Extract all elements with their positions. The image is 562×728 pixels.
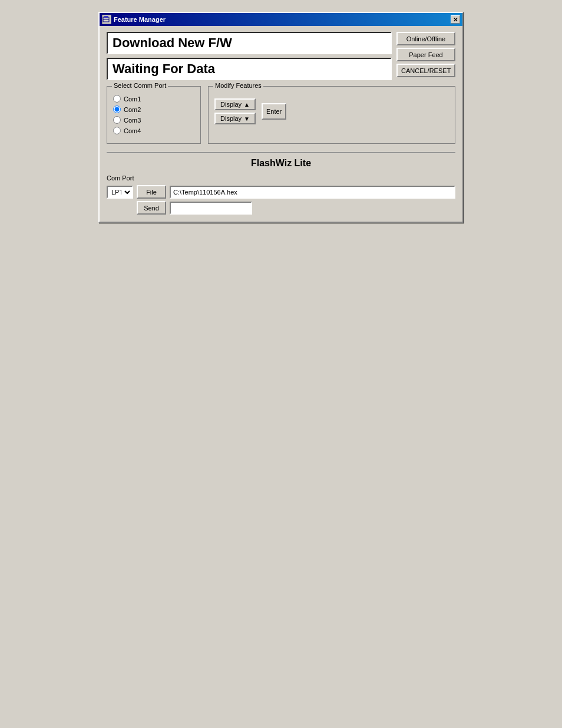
top-section: Download New F/W Waiting For Data Online… xyxy=(107,32,455,80)
display-down-label: Display xyxy=(220,115,242,122)
file-row: LPT1 File xyxy=(107,185,455,199)
modify-features-label: Modify Features xyxy=(213,82,263,89)
svg-rect-1 xyxy=(104,16,108,18)
display-buttons: Display Display xyxy=(214,98,256,124)
com-port-section-label: Com Port xyxy=(107,174,455,182)
button-section: Online/Offline Paper Feed CANCEL/RESET xyxy=(396,32,455,77)
modify-features-group: Modify Features Display Display Enter xyxy=(208,86,455,144)
comport-select-wrap: LPT1 xyxy=(107,186,133,199)
com1-label: Com1 xyxy=(124,95,141,103)
title-bar: Feature Manager ✕ xyxy=(100,13,462,26)
flashwiz-section: FlashWiz Lite xyxy=(107,158,455,169)
window-title: Feature Manager xyxy=(114,16,166,23)
paper-feed-button[interactable]: Paper Feed xyxy=(396,48,455,61)
file-button[interactable]: File xyxy=(137,185,166,199)
divider xyxy=(107,152,455,153)
window-body: Download New F/W Waiting For Data Online… xyxy=(100,26,462,222)
com3-label: Com3 xyxy=(124,117,141,124)
bottom-section: Com Port LPT1 File Send xyxy=(107,174,455,215)
send-button-wrap: Send xyxy=(137,201,252,215)
features-content: Display Display Enter xyxy=(214,95,449,128)
com4-row: Com4 xyxy=(113,127,194,134)
down-arrow-icon xyxy=(244,115,250,122)
com1-row: Com1 xyxy=(113,95,194,103)
send-button[interactable]: Send xyxy=(137,201,166,215)
middle-section: Select Comm Port Com1 Com2 Com3 Com4 xyxy=(107,86,455,144)
display-down-button[interactable]: Display xyxy=(214,113,256,124)
com3-radio[interactable] xyxy=(113,116,121,124)
close-button[interactable]: ✕ xyxy=(451,15,460,24)
com4-label: Com4 xyxy=(124,127,141,134)
com2-label: Com2 xyxy=(124,106,141,113)
title-bar-left: Feature Manager xyxy=(102,15,166,24)
com4-radio[interactable] xyxy=(113,127,121,134)
main-display: Download New F/W xyxy=(107,32,392,54)
com-port-select[interactable]: LPT1 xyxy=(107,186,133,199)
window-icon xyxy=(102,15,111,24)
display-section: Download New F/W Waiting For Data xyxy=(107,32,392,80)
com1-radio[interactable] xyxy=(113,95,121,103)
display-up-label: Display xyxy=(220,101,242,108)
enter-button[interactable]: Enter xyxy=(262,103,286,120)
comm-port-label: Select Comm Port xyxy=(112,82,168,89)
display-up-button[interactable]: Display xyxy=(214,98,256,110)
com2-radio[interactable] xyxy=(113,106,121,113)
progress-bar xyxy=(170,202,252,215)
up-arrow-icon xyxy=(244,101,250,108)
com2-row: Com2 xyxy=(113,106,194,113)
file-path-input[interactable] xyxy=(170,186,455,199)
comm-port-group: Select Comm Port Com1 Com2 Com3 Com4 xyxy=(107,86,201,144)
cancel-reset-button[interactable]: CANCEL/RESET xyxy=(396,64,455,77)
feature-manager-window: Feature Manager ✕ Download New F/W Waiti… xyxy=(98,12,464,223)
status-display: Waiting For Data xyxy=(107,58,392,80)
flashwiz-title: FlashWiz Lite xyxy=(251,158,311,168)
online-offline-button[interactable]: Online/Offline xyxy=(396,32,455,45)
com3-row: Com3 xyxy=(113,116,194,124)
send-row: Send xyxy=(107,201,455,215)
